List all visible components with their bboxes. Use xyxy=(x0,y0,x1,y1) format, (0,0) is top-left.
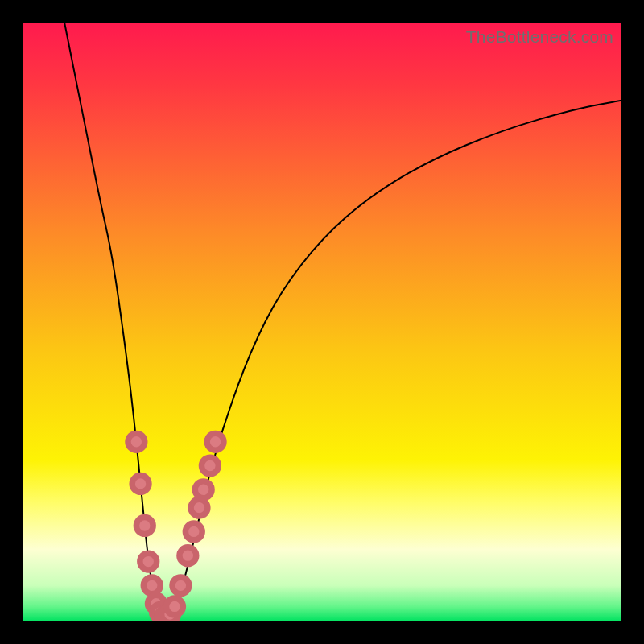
data-marker xyxy=(180,547,196,564)
watermark-text: TheBottleneck.com xyxy=(466,27,613,47)
data-marker xyxy=(167,598,184,615)
data-marker xyxy=(140,553,157,570)
data-marker xyxy=(201,457,218,474)
data-markers xyxy=(128,433,224,621)
data-marker xyxy=(136,518,153,535)
data-marker xyxy=(195,481,212,498)
data-marker xyxy=(143,577,160,594)
chart-canvas: TheBottleneck.com xyxy=(0,0,644,644)
data-marker xyxy=(191,499,208,516)
data-marker xyxy=(207,433,224,450)
data-marker xyxy=(172,577,189,594)
data-marker xyxy=(128,433,145,450)
data-marker xyxy=(185,523,202,540)
plot-area: TheBottleneck.com xyxy=(23,23,621,621)
curve-layer xyxy=(23,23,621,621)
data-marker xyxy=(132,475,149,492)
